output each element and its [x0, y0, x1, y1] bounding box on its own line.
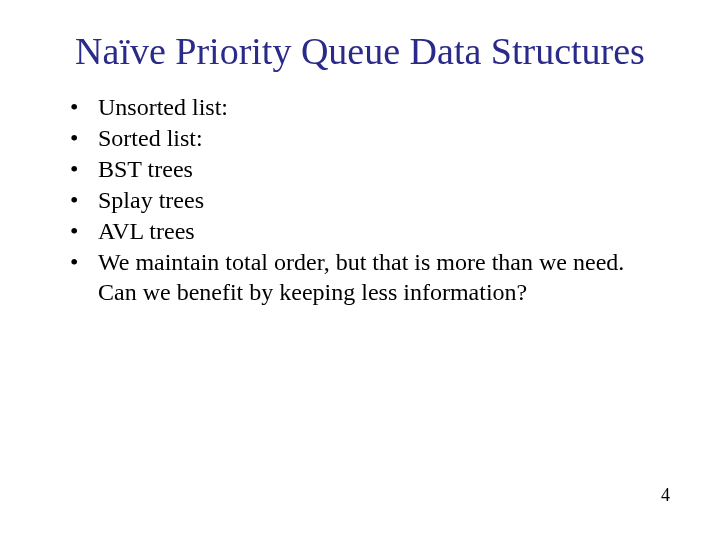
page-number: 4 — [661, 485, 670, 506]
list-item: Unsorted list: — [70, 92, 660, 122]
list-item: AVL trees — [70, 216, 660, 246]
list-item: We maintain total order, but that is mor… — [70, 247, 660, 307]
slide-title: Naïve Priority Queue Data Structures — [0, 0, 720, 92]
bullet-list: Unsorted list: Sorted list: BST trees Sp… — [0, 92, 720, 307]
list-item: Splay trees — [70, 185, 660, 215]
list-item: Sorted list: — [70, 123, 660, 153]
list-item: BST trees — [70, 154, 660, 184]
